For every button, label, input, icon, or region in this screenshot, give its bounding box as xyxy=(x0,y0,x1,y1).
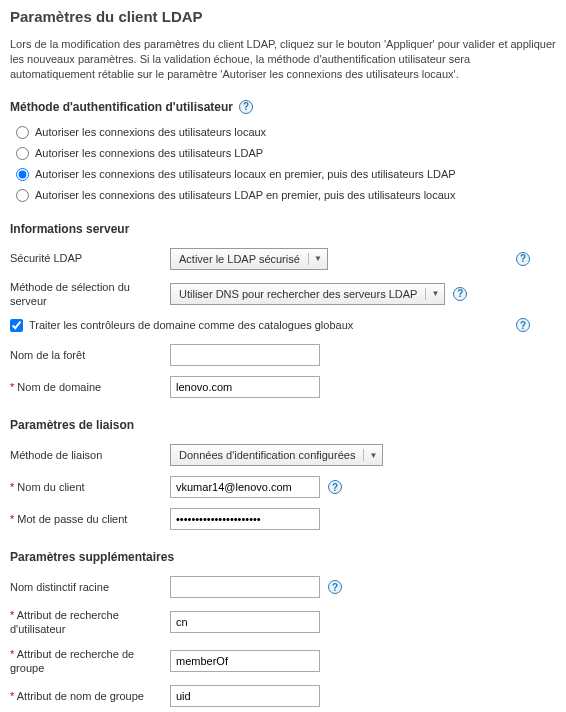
help-icon[interactable]: ? xyxy=(328,580,342,594)
auth-option-3[interactable]: Autoriser les connexions des utilisateur… xyxy=(16,189,556,202)
server-heading: Informations serveur xyxy=(10,222,556,236)
chevron-down-icon: ▼ xyxy=(426,289,444,298)
client-name-label: Nom du client xyxy=(10,480,170,494)
client-name-input[interactable] xyxy=(170,476,320,498)
extra-heading: Paramètres supplémentaires xyxy=(10,550,556,564)
binding-section: Paramètres de liaison Méthode de liaison… xyxy=(10,418,556,530)
binding-method-label: Méthode de liaison xyxy=(10,448,170,462)
group-name-input[interactable] xyxy=(170,685,320,707)
security-label: Sécurité LDAP xyxy=(10,251,170,265)
auth-option-1[interactable]: Autoriser les connexions des utilisateur… xyxy=(16,147,556,160)
root-dn-input[interactable] xyxy=(170,576,320,598)
radio-input[interactable] xyxy=(16,189,29,202)
forest-input[interactable] xyxy=(170,344,320,366)
radio-input[interactable] xyxy=(16,126,29,139)
radio-input[interactable] xyxy=(16,168,29,181)
forest-label: Nom de la forêt xyxy=(10,348,170,362)
help-icon[interactable]: ? xyxy=(239,100,253,114)
user-search-input[interactable] xyxy=(170,611,320,633)
selection-select-value: Utiliser DNS pour rechercher des serveur… xyxy=(171,288,426,300)
chevron-down-icon: ▼ xyxy=(364,451,382,460)
auth-heading: Méthode d'authentification d'utilisateur xyxy=(10,100,233,114)
selection-label: Méthode de sélection du serveur xyxy=(10,280,170,309)
help-icon[interactable]: ? xyxy=(453,287,467,301)
domain-input[interactable] xyxy=(170,376,320,398)
binding-heading: Paramètres de liaison xyxy=(10,418,556,432)
group-name-label: Attribut de nom de groupe xyxy=(10,689,170,703)
binding-method-value: Données d'identification configurées xyxy=(171,449,364,461)
treat-dc-row: Traiter les contrôleurs de domaine comme… xyxy=(10,318,530,332)
help-icon[interactable]: ? xyxy=(516,252,530,266)
security-select-value: Activer le LDAP sécurisé xyxy=(171,253,309,265)
treat-dc-label: Traiter les contrôleurs de domaine comme… xyxy=(29,319,353,331)
auth-option-label: Autoriser les connexions des utilisateur… xyxy=(35,189,455,201)
group-search-label: Attribut de recherche de groupe xyxy=(10,647,170,676)
chevron-down-icon: ▼ xyxy=(309,254,327,263)
root-dn-label: Nom distinctif racine xyxy=(10,580,170,594)
auth-option-label: Autoriser les connexions des utilisateur… xyxy=(35,168,456,180)
domain-label: Nom de domaine xyxy=(10,380,170,394)
selection-select[interactable]: Utiliser DNS pour rechercher des serveur… xyxy=(170,283,445,305)
binding-method-select[interactable]: Données d'identification configurées ▼ xyxy=(170,444,383,466)
treat-dc-checkbox[interactable] xyxy=(10,319,23,332)
group-search-input[interactable] xyxy=(170,650,320,672)
auth-method-section: Méthode d'authentification d'utilisateur… xyxy=(10,100,556,202)
help-icon[interactable]: ? xyxy=(328,480,342,494)
auth-option-label: Autoriser les connexions des utilisateur… xyxy=(35,147,263,159)
server-info-section: Informations serveur Sécurité LDAP Activ… xyxy=(10,222,556,399)
help-icon[interactable]: ? xyxy=(516,318,530,332)
page-title: Paramètres du client LDAP xyxy=(10,8,556,25)
extra-section: Paramètres supplémentaires Nom distincti… xyxy=(10,550,556,707)
client-password-input[interactable] xyxy=(170,508,320,530)
intro-text: Lors de la modification des paramètres d… xyxy=(10,37,556,82)
auth-option-0[interactable]: Autoriser les connexions des utilisateur… xyxy=(16,126,556,139)
auth-option-label: Autoriser les connexions des utilisateur… xyxy=(35,126,266,138)
client-password-label: Mot de passe du client xyxy=(10,512,170,526)
radio-input[interactable] xyxy=(16,147,29,160)
user-search-label: Attribut de recherche d'utilisateur xyxy=(10,608,170,637)
auth-option-2[interactable]: Autoriser les connexions des utilisateur… xyxy=(16,168,556,181)
security-select[interactable]: Activer le LDAP sécurisé ▼ xyxy=(170,248,328,270)
